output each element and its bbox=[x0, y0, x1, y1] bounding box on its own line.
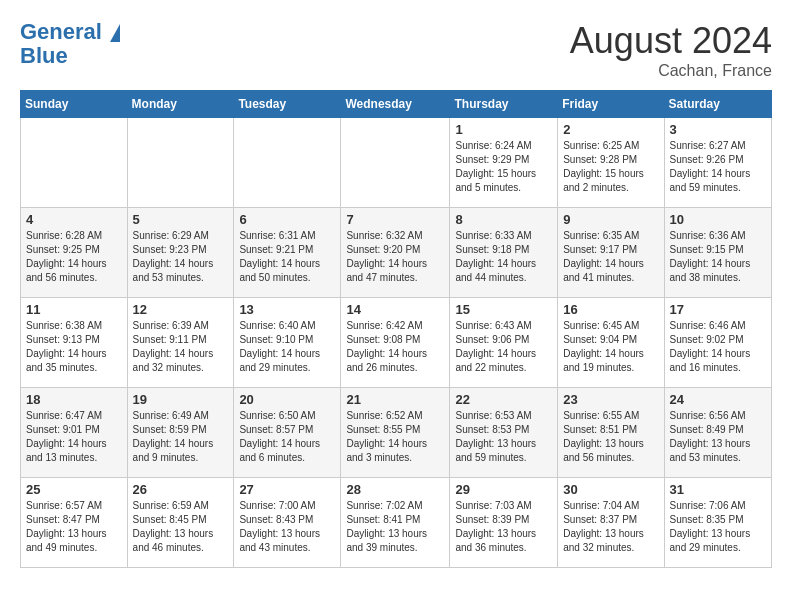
day-info: Sunrise: 6:46 AM Sunset: 9:02 PM Dayligh… bbox=[670, 319, 766, 375]
calendar-cell: 30Sunrise: 7:04 AM Sunset: 8:37 PM Dayli… bbox=[558, 478, 664, 568]
day-number: 9 bbox=[563, 212, 658, 227]
day-info: Sunrise: 7:02 AM Sunset: 8:41 PM Dayligh… bbox=[346, 499, 444, 555]
calendar-cell: 26Sunrise: 6:59 AM Sunset: 8:45 PM Dayli… bbox=[127, 478, 234, 568]
day-info: Sunrise: 6:40 AM Sunset: 9:10 PM Dayligh… bbox=[239, 319, 335, 375]
calendar-cell: 22Sunrise: 6:53 AM Sunset: 8:53 PM Dayli… bbox=[450, 388, 558, 478]
calendar-cell: 14Sunrise: 6:42 AM Sunset: 9:08 PM Dayli… bbox=[341, 298, 450, 388]
calendar-cell: 18Sunrise: 6:47 AM Sunset: 9:01 PM Dayli… bbox=[21, 388, 128, 478]
calendar-cell: 10Sunrise: 6:36 AM Sunset: 9:15 PM Dayli… bbox=[664, 208, 771, 298]
calendar-cell: 15Sunrise: 6:43 AM Sunset: 9:06 PM Dayli… bbox=[450, 298, 558, 388]
day-info: Sunrise: 6:53 AM Sunset: 8:53 PM Dayligh… bbox=[455, 409, 552, 465]
calendar-cell bbox=[21, 118, 128, 208]
day-number: 22 bbox=[455, 392, 552, 407]
calendar-cell: 16Sunrise: 6:45 AM Sunset: 9:04 PM Dayli… bbox=[558, 298, 664, 388]
day-info: Sunrise: 6:42 AM Sunset: 9:08 PM Dayligh… bbox=[346, 319, 444, 375]
day-number: 28 bbox=[346, 482, 444, 497]
day-info: Sunrise: 6:56 AM Sunset: 8:49 PM Dayligh… bbox=[670, 409, 766, 465]
day-info: Sunrise: 6:52 AM Sunset: 8:55 PM Dayligh… bbox=[346, 409, 444, 465]
day-number: 1 bbox=[455, 122, 552, 137]
col-header-wednesday: Wednesday bbox=[341, 91, 450, 118]
day-number: 26 bbox=[133, 482, 229, 497]
calendar-cell: 29Sunrise: 7:03 AM Sunset: 8:39 PM Dayli… bbox=[450, 478, 558, 568]
calendar-cell bbox=[234, 118, 341, 208]
col-header-friday: Friday bbox=[558, 91, 664, 118]
col-header-saturday: Saturday bbox=[664, 91, 771, 118]
day-number: 19 bbox=[133, 392, 229, 407]
month-title: August 2024 bbox=[570, 20, 772, 62]
logo: General Blue bbox=[20, 20, 120, 68]
location: Cachan, France bbox=[570, 62, 772, 80]
day-info: Sunrise: 6:57 AM Sunset: 8:47 PM Dayligh… bbox=[26, 499, 122, 555]
day-info: Sunrise: 6:24 AM Sunset: 9:29 PM Dayligh… bbox=[455, 139, 552, 195]
day-number: 15 bbox=[455, 302, 552, 317]
calendar-cell: 7Sunrise: 6:32 AM Sunset: 9:20 PM Daylig… bbox=[341, 208, 450, 298]
day-info: Sunrise: 6:27 AM Sunset: 9:26 PM Dayligh… bbox=[670, 139, 766, 195]
calendar-cell: 2Sunrise: 6:25 AM Sunset: 9:28 PM Daylig… bbox=[558, 118, 664, 208]
day-info: Sunrise: 6:36 AM Sunset: 9:15 PM Dayligh… bbox=[670, 229, 766, 285]
calendar-cell: 23Sunrise: 6:55 AM Sunset: 8:51 PM Dayli… bbox=[558, 388, 664, 478]
calendar-cell: 27Sunrise: 7:00 AM Sunset: 8:43 PM Dayli… bbox=[234, 478, 341, 568]
day-info: Sunrise: 6:29 AM Sunset: 9:23 PM Dayligh… bbox=[133, 229, 229, 285]
col-header-thursday: Thursday bbox=[450, 91, 558, 118]
calendar-week-1: 1Sunrise: 6:24 AM Sunset: 9:29 PM Daylig… bbox=[21, 118, 772, 208]
day-info: Sunrise: 6:25 AM Sunset: 9:28 PM Dayligh… bbox=[563, 139, 658, 195]
day-number: 25 bbox=[26, 482, 122, 497]
day-number: 17 bbox=[670, 302, 766, 317]
day-number: 24 bbox=[670, 392, 766, 407]
calendar-cell: 12Sunrise: 6:39 AM Sunset: 9:11 PM Dayli… bbox=[127, 298, 234, 388]
calendar-cell: 25Sunrise: 6:57 AM Sunset: 8:47 PM Dayli… bbox=[21, 478, 128, 568]
day-info: Sunrise: 7:06 AM Sunset: 8:35 PM Dayligh… bbox=[670, 499, 766, 555]
calendar-week-2: 4Sunrise: 6:28 AM Sunset: 9:25 PM Daylig… bbox=[21, 208, 772, 298]
calendar-cell: 3Sunrise: 6:27 AM Sunset: 9:26 PM Daylig… bbox=[664, 118, 771, 208]
day-number: 21 bbox=[346, 392, 444, 407]
day-number: 18 bbox=[26, 392, 122, 407]
calendar-cell: 19Sunrise: 6:49 AM Sunset: 8:59 PM Dayli… bbox=[127, 388, 234, 478]
day-number: 5 bbox=[133, 212, 229, 227]
day-number: 3 bbox=[670, 122, 766, 137]
day-number: 10 bbox=[670, 212, 766, 227]
calendar-week-4: 18Sunrise: 6:47 AM Sunset: 9:01 PM Dayli… bbox=[21, 388, 772, 478]
day-number: 13 bbox=[239, 302, 335, 317]
calendar-cell: 31Sunrise: 7:06 AM Sunset: 8:35 PM Dayli… bbox=[664, 478, 771, 568]
col-header-sunday: Sunday bbox=[21, 91, 128, 118]
calendar-cell bbox=[127, 118, 234, 208]
day-number: 11 bbox=[26, 302, 122, 317]
day-info: Sunrise: 6:38 AM Sunset: 9:13 PM Dayligh… bbox=[26, 319, 122, 375]
calendar-cell: 21Sunrise: 6:52 AM Sunset: 8:55 PM Dayli… bbox=[341, 388, 450, 478]
calendar-cell: 6Sunrise: 6:31 AM Sunset: 9:21 PM Daylig… bbox=[234, 208, 341, 298]
day-number: 29 bbox=[455, 482, 552, 497]
day-info: Sunrise: 6:35 AM Sunset: 9:17 PM Dayligh… bbox=[563, 229, 658, 285]
day-number: 27 bbox=[239, 482, 335, 497]
calendar-header-row: SundayMondayTuesdayWednesdayThursdayFrid… bbox=[21, 91, 772, 118]
day-number: 2 bbox=[563, 122, 658, 137]
calendar-week-3: 11Sunrise: 6:38 AM Sunset: 9:13 PM Dayli… bbox=[21, 298, 772, 388]
day-info: Sunrise: 6:33 AM Sunset: 9:18 PM Dayligh… bbox=[455, 229, 552, 285]
col-header-tuesday: Tuesday bbox=[234, 91, 341, 118]
calendar-week-5: 25Sunrise: 6:57 AM Sunset: 8:47 PM Dayli… bbox=[21, 478, 772, 568]
logo-blue: Blue bbox=[20, 44, 120, 68]
day-info: Sunrise: 6:47 AM Sunset: 9:01 PM Dayligh… bbox=[26, 409, 122, 465]
title-block: August 2024 Cachan, France bbox=[570, 20, 772, 80]
day-number: 31 bbox=[670, 482, 766, 497]
col-header-monday: Monday bbox=[127, 91, 234, 118]
calendar-cell: 20Sunrise: 6:50 AM Sunset: 8:57 PM Dayli… bbox=[234, 388, 341, 478]
calendar-cell bbox=[341, 118, 450, 208]
day-info: Sunrise: 7:03 AM Sunset: 8:39 PM Dayligh… bbox=[455, 499, 552, 555]
day-number: 4 bbox=[26, 212, 122, 227]
day-number: 14 bbox=[346, 302, 444, 317]
day-info: Sunrise: 6:49 AM Sunset: 8:59 PM Dayligh… bbox=[133, 409, 229, 465]
day-number: 16 bbox=[563, 302, 658, 317]
calendar-cell: 8Sunrise: 6:33 AM Sunset: 9:18 PM Daylig… bbox=[450, 208, 558, 298]
calendar-cell: 28Sunrise: 7:02 AM Sunset: 8:41 PM Dayli… bbox=[341, 478, 450, 568]
day-info: Sunrise: 6:28 AM Sunset: 9:25 PM Dayligh… bbox=[26, 229, 122, 285]
calendar-table: SundayMondayTuesdayWednesdayThursdayFrid… bbox=[20, 90, 772, 568]
calendar-cell: 1Sunrise: 6:24 AM Sunset: 9:29 PM Daylig… bbox=[450, 118, 558, 208]
day-number: 30 bbox=[563, 482, 658, 497]
calendar-cell: 11Sunrise: 6:38 AM Sunset: 9:13 PM Dayli… bbox=[21, 298, 128, 388]
calendar-cell: 4Sunrise: 6:28 AM Sunset: 9:25 PM Daylig… bbox=[21, 208, 128, 298]
calendar-cell: 5Sunrise: 6:29 AM Sunset: 9:23 PM Daylig… bbox=[127, 208, 234, 298]
calendar-cell: 17Sunrise: 6:46 AM Sunset: 9:02 PM Dayli… bbox=[664, 298, 771, 388]
day-info: Sunrise: 6:59 AM Sunset: 8:45 PM Dayligh… bbox=[133, 499, 229, 555]
day-number: 23 bbox=[563, 392, 658, 407]
day-info: Sunrise: 6:45 AM Sunset: 9:04 PM Dayligh… bbox=[563, 319, 658, 375]
